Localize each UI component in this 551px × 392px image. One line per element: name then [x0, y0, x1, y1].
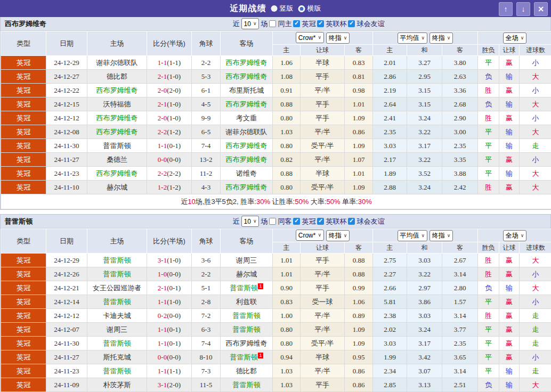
home-team-cell[interactable]: 西布罗姆维奇	[87, 111, 147, 125]
club-friendly-checkbox[interactable]	[348, 218, 355, 225]
league-cell[interactable]: 英冠	[1, 350, 46, 364]
bookmaker-select[interactable]: Crow*∨	[296, 230, 324, 241]
average-select[interactable]: 平均值∨	[398, 32, 428, 44]
crow-odds-cell: 半球	[301, 167, 345, 181]
home-team-cell[interactable]: 女王公园巡游者	[87, 281, 147, 295]
bookmaker-select[interactable]: Crow*∨	[296, 32, 324, 43]
away-team-cell[interactable]: 普雷斯顿	[221, 378, 273, 392]
league-cell[interactable]: 英冠	[1, 337, 46, 350]
scope-select[interactable]: 全场∨	[503, 230, 527, 241]
final-odds-select[interactable]: 终指∨	[326, 230, 350, 241]
home-team-cell[interactable]: 斯托克城	[87, 350, 147, 364]
away-team-cell[interactable]: 布里斯托城	[221, 84, 273, 97]
away-team-cell[interactable]: 普雷斯顿1	[221, 350, 273, 364]
average-select[interactable]: 平均值∨	[398, 230, 428, 241]
recent-count-select[interactable]: 10 ∨	[241, 216, 260, 227]
crow-odds-cell: 1.08	[273, 70, 301, 84]
league-cell[interactable]: 英冠	[1, 97, 46, 111]
away-team-cell[interactable]: 赫尔城	[221, 267, 273, 281]
away-team-cell[interactable]: 普雷斯顿1	[221, 281, 273, 295]
home-team-cell[interactable]: 普雷斯顿	[87, 254, 147, 267]
goals-result-cell: 大	[520, 125, 551, 139]
radio-vertical-layout[interactable]: 竖版	[271, 4, 294, 13]
corners-cell: 6-3	[192, 323, 221, 337]
corners-cell: 2-2	[192, 56, 221, 70]
league-cell[interactable]: 英冠	[1, 364, 46, 378]
league-cell[interactable]: 英冠	[1, 295, 46, 309]
league-cell[interactable]: 英冠	[1, 111, 46, 125]
home-team-cell[interactable]: 普雷斯顿	[87, 337, 147, 350]
radio-horizontal-layout[interactable]: 横版	[298, 4, 321, 13]
final-odds-select-2[interactable]: 终指∨	[430, 230, 453, 241]
league-cell[interactable]: 英冠	[1, 378, 46, 392]
league-filter-checkbox[interactable]	[293, 218, 300, 225]
home-team-cell[interactable]: 普雷斯顿	[87, 267, 147, 281]
final-odds-select-2[interactable]: 终指∨	[430, 32, 453, 44]
away-team-cell[interactable]: 谢菲尔德联队	[221, 125, 273, 139]
league-cup-checkbox[interactable]	[317, 218, 324, 225]
team-name: 西布罗姆维奇	[226, 100, 268, 108]
home-team-cell[interactable]: 西布罗姆维奇	[87, 167, 147, 181]
move-up-button[interactable]: ↑	[499, 2, 513, 16]
away-team-cell[interactable]: 德比郡	[221, 364, 273, 378]
league-cell[interactable]: 英冠	[1, 153, 46, 167]
home-team-cell[interactable]: 西布罗姆维奇	[87, 84, 147, 97]
home-team-cell[interactable]: 谢周三	[87, 323, 147, 337]
club-friendly-checkbox[interactable]	[348, 20, 355, 27]
move-down-button[interactable]: ↓	[516, 2, 530, 16]
home-team-cell[interactable]: 谢菲尔德联队	[87, 56, 147, 70]
home-team-cell[interactable]: 赫尔城	[87, 181, 147, 194]
away-team-cell[interactable]: 西布罗姆维奇	[221, 56, 273, 70]
league-cell[interactable]: 英冠	[1, 181, 46, 194]
league-cell[interactable]: 英冠	[1, 167, 46, 181]
away-team-cell[interactable]: 西布罗姆维奇	[221, 70, 273, 84]
away-team-cell[interactable]: 西布罗姆维奇	[221, 153, 273, 167]
league-cell[interactable]: 英冠	[1, 125, 46, 139]
away-team-cell[interactable]: 考文垂	[221, 111, 273, 125]
away-team-cell[interactable]: 西布罗姆维奇	[221, 337, 273, 350]
league-cell[interactable]: 英冠	[1, 56, 46, 70]
away-team-cell[interactable]: 诺维奇	[221, 167, 273, 181]
league-cell[interactable]: 英冠	[1, 281, 46, 295]
away-team-cell[interactable]: 西布罗姆维奇	[221, 139, 273, 153]
team-name: 普雷斯顿	[233, 325, 261, 333]
recent-count-select[interactable]: 10 ∨	[241, 18, 260, 29]
same-venue-checkbox[interactable]	[269, 218, 276, 225]
home-team-cell[interactable]: 桑德兰	[87, 153, 147, 167]
league-cell[interactable]: 英冠	[1, 70, 46, 84]
away-team-cell[interactable]: 普雷斯顿	[221, 309, 273, 323]
home-team-cell[interactable]: 德比郡	[87, 70, 147, 84]
chevron-down-icon: ∨	[318, 35, 321, 40]
league-cell[interactable]: 英冠	[1, 309, 46, 323]
handicap-result-cell: 输	[499, 378, 520, 392]
away-team-cell[interactable]: 利兹联	[221, 295, 273, 309]
home-team-cell[interactable]: 普雷斯顿	[87, 295, 147, 309]
home-team-cell[interactable]: 沃特福德	[87, 97, 147, 111]
close-button[interactable]: ✕	[534, 2, 548, 16]
away-team-cell[interactable]: 谢周三	[221, 254, 273, 267]
home-team-cell[interactable]: 朴茨茅斯	[87, 378, 147, 392]
away-team-cell[interactable]: 普雷斯顿	[221, 323, 273, 337]
corners-cell: 3-6	[192, 254, 221, 267]
home-team-cell[interactable]: 普雷斯顿	[87, 139, 147, 153]
league-cup-checkbox[interactable]	[317, 20, 324, 27]
home-team-cell[interactable]: 西布罗姆维奇	[87, 125, 147, 139]
league-cell[interactable]: 英冠	[1, 267, 46, 281]
league-filter-checkbox[interactable]	[293, 20, 300, 27]
scope-select[interactable]: 全场∨	[503, 32, 527, 44]
same-venue-checkbox[interactable]	[269, 20, 276, 27]
league-cell[interactable]: 英冠	[1, 84, 46, 97]
league-cell[interactable]: 英冠	[1, 139, 46, 153]
final-odds-select[interactable]: 终指∨	[326, 32, 350, 44]
league-cell[interactable]: 英冠	[1, 254, 46, 267]
away-team-cell[interactable]: 西布罗姆维奇	[221, 97, 273, 111]
home-team-cell[interactable]: 普雷斯顿	[87, 364, 147, 378]
home-team-cell[interactable]: 卡迪夫城	[87, 309, 147, 323]
corners-cell: 11-2	[192, 167, 221, 181]
team-section-west-brom: 西布罗姆维奇 近 10 ∨ 场 同主 英冠 英联杯 球会友谊 类型	[0, 17, 551, 210]
up-arrow-icon: ↑	[504, 5, 508, 13]
col-header-corner: 角球	[192, 229, 221, 254]
away-team-cell[interactable]: 西布罗姆维奇	[221, 181, 273, 194]
average-odds-cell: 3.24	[407, 181, 442, 194]
league-cell[interactable]: 英冠	[1, 323, 46, 337]
